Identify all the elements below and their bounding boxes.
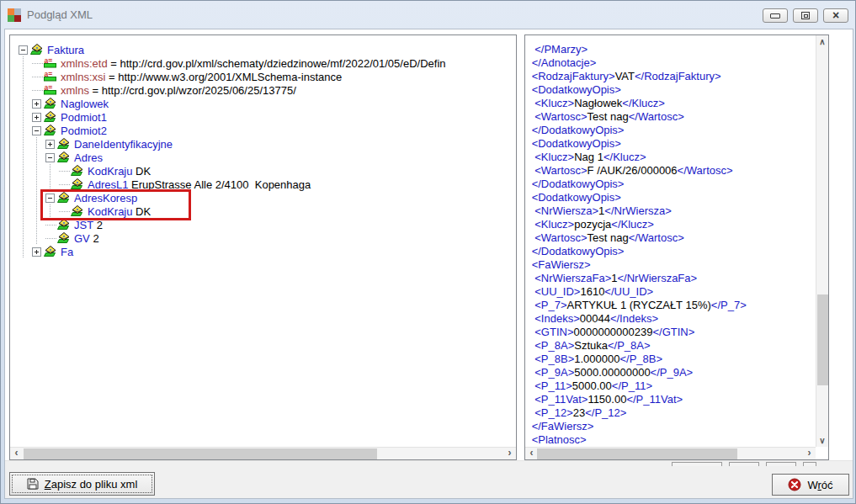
back-icon (788, 478, 801, 491)
window-title: Podgląd XML (27, 8, 93, 21)
source-hscroll-thumb[interactable] (537, 448, 737, 459)
xml-source-line: </FaWiersz> (529, 420, 816, 433)
expand-cell (17, 43, 30, 56)
scroll-left-icon[interactable]: ‹ (525, 448, 538, 459)
xml-source-line: </DodatkowyOpis> (529, 178, 816, 191)
xml-source-line: <P_11Vat>1150.00</P_11Vat> (529, 393, 816, 406)
node-value: DK (132, 165, 151, 178)
tree-guide (17, 245, 30, 258)
xml-source-line: <P_11>5000.00</P_11> (529, 379, 816, 393)
node-name: xmlns:etd (61, 57, 108, 70)
window-controls: × (763, 8, 848, 23)
scroll-left-icon[interactable]: ‹ (10, 448, 23, 459)
dialog-podglad-xml: Podgląd XML × Fakturaa=xmlns:etd = http:… (0, 0, 856, 504)
collapse-icon[interactable] (19, 45, 28, 55)
tree-node-daneidentyfikacyjne[interactable]: DaneIdentyfikacyjne (17, 137, 516, 151)
maximize-button[interactable] (793, 8, 818, 23)
tree-node-fa[interactable]: Fa (17, 245, 516, 258)
node-name: KodKraju (88, 165, 132, 178)
collapse-icon[interactable] (32, 126, 41, 135)
xml-source-line: <DodatkowyOpis> (529, 137, 816, 151)
tree-guide (44, 164, 57, 178)
xml-source-panel: </PMarzy> </Adnotacje> <RodzajFaktury>VA… (524, 34, 829, 460)
tree-guide (30, 70, 44, 83)
xml-source-line: <Klucz>pozycja</Klucz> (529, 218, 816, 231)
tree-horizontal-scrollbar[interactable]: ‹ › (10, 447, 516, 459)
element-icon (57, 137, 71, 151)
scroll-right-icon[interactable]: › (503, 448, 516, 459)
tree-guide (17, 204, 30, 218)
tree-guide (17, 178, 30, 191)
titlebar[interactable]: Podgląd XML × (1, 1, 855, 29)
expand-cell (30, 110, 44, 124)
xml-source-line: <P_9A>5000.00000000</P_9A> (529, 366, 816, 379)
save-xml-button[interactable]: Zapisz do pliku xml (9, 472, 155, 496)
tree-guide (30, 164, 44, 178)
tree-node-xmlns:etd[interactable]: a=xmlns:etd = http://crd.gov.pl/xml/sche… (17, 56, 516, 70)
element-icon (57, 151, 71, 164)
source-vertical-scrollbar[interactable]: ∧ ∨ (816, 35, 828, 447)
xml-source-line: <UU_ID>1610</UU_ID> (529, 285, 816, 299)
xml-source-line: <RodzajFaktury>VAT</RodzajFaktury> (529, 70, 816, 83)
node-name: Fa (61, 246, 73, 258)
xml-source-line: <Klucz>Nag 1</Klucz> (529, 151, 816, 164)
tree-guide (17, 231, 30, 245)
source-horizontal-scrollbar[interactable]: ‹ › (525, 447, 816, 459)
xml-source-line: </DodatkowyOpis> (529, 124, 816, 137)
xml-source-line: <Platnosc> (529, 433, 816, 447)
scroll-down-icon[interactable]: ∨ (816, 434, 828, 447)
tree-node-kodkraju[interactable]: KodKraju DK (17, 164, 516, 178)
source-vscroll-thumb[interactable] (817, 294, 828, 385)
collapse-icon[interactable] (45, 153, 55, 162)
minimize-button[interactable] (763, 8, 788, 23)
expand-icon[interactable] (32, 247, 41, 257)
maximize-icon (801, 12, 810, 19)
tree-node-xmlns:xsi[interactable]: a=xmlns:xsi = http://www.w3.org/2001/XML… (17, 70, 516, 83)
minimize-icon (770, 13, 780, 19)
expand-icon[interactable] (45, 140, 55, 149)
tree-node-gv[interactable]: GV 2 (17, 231, 516, 245)
clipped-button (803, 462, 816, 466)
scroll-up-icon[interactable]: ∧ (816, 35, 828, 48)
node-name: xmlns (61, 84, 89, 97)
element-icon (57, 231, 71, 245)
tree-guide (17, 110, 30, 124)
tree-guide (17, 56, 30, 70)
tree-guide (30, 56, 44, 70)
tree-node-adres[interactable]: Adres (17, 151, 516, 164)
tree-guide (17, 70, 30, 83)
tree-node-podmiot2[interactable]: Podmiot2 (17, 124, 516, 137)
save-button-label: Zapisz do pliku xml (45, 478, 138, 491)
close-icon: × (832, 9, 839, 21)
tree-hscroll-thumb[interactable] (24, 448, 377, 459)
xml-source-line: <DodatkowyOpis> (529, 83, 816, 97)
tree-node-podmiot1[interactable]: Podmiot1 (17, 110, 516, 124)
element-icon (44, 124, 57, 137)
element-icon (71, 164, 84, 178)
expand-icon[interactable] (32, 113, 41, 122)
tree-guide (30, 83, 44, 97)
clipped-button (766, 462, 796, 466)
expand-icon[interactable] (32, 99, 41, 109)
tree-guide (17, 137, 30, 151)
tree-node-naglowek[interactable]: Naglowek (17, 97, 516, 110)
scroll-right-icon[interactable]: › (803, 448, 816, 459)
back-button[interactable]: Wróć (772, 474, 849, 496)
xml-tree: Fakturaa=xmlns:etd = http://crd.gov.pl/x… (10, 35, 516, 447)
close-button[interactable]: × (823, 8, 848, 23)
dialog-client-area: Fakturaa=xmlns:etd = http://crd.gov.pl/x… (4, 29, 853, 499)
xml-tree-panel: Fakturaa=xmlns:etd = http://crd.gov.pl/x… (9, 34, 517, 460)
xml-source-line: <Wartosc>Test nag</Wartosc> (529, 231, 816, 245)
tree-guide (57, 164, 71, 178)
xml-source: </PMarzy> </Adnotacje> <RodzajFaktury>VA… (525, 35, 816, 447)
element-icon (44, 245, 57, 258)
xml-source-line: <P_8B>1.000000</P_8B> (529, 353, 816, 366)
tree-guide (17, 218, 30, 231)
xml-source-line: <FaWiersz> (529, 258, 816, 272)
tree-guide (30, 137, 44, 151)
xml-source-line: <P_8A>Sztuka</P_8A> (529, 339, 816, 353)
tree-guide (17, 164, 30, 178)
tree-node-faktura[interactable]: Faktura (17, 43, 516, 56)
attribute-icon: a= (44, 56, 57, 70)
tree-node-xmlns[interactable]: a=xmlns = http://crd.gov.pl/wzor/2025/06… (17, 83, 516, 97)
